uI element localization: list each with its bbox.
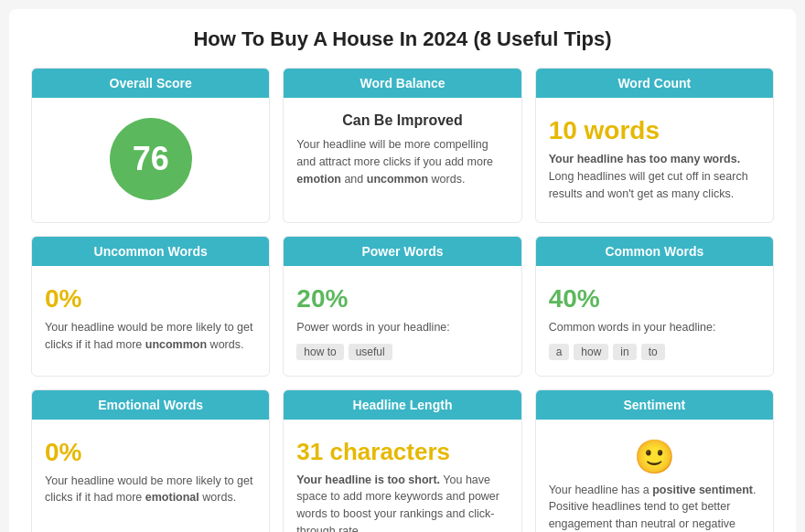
power-words-header: Power Words	[284, 237, 521, 266]
common-tag-2: in	[613, 344, 636, 360]
power-words-body: 20% Power words in your headline: how to…	[284, 266, 521, 375]
word-balance-card: Word Balance Can Be Improved Your headli…	[283, 68, 521, 223]
sentiment-body: 🙂 Your headline has a positive sentiment…	[536, 420, 773, 533]
score-value: 76	[133, 140, 169, 178]
uncommon-words-desc: Your headline would be more likely to ge…	[45, 319, 256, 354]
headline-length-desc-bold: Your headline is too short.	[296, 473, 440, 486]
power-words-value: 20%	[296, 284, 508, 314]
headline-length-value: 31 characters	[296, 438, 508, 466]
common-words-body: 40% Common words in your headline: a how…	[536, 266, 773, 375]
page-title: How To Buy A House In 2024 (8 Useful Tip…	[31, 27, 774, 51]
uncommon-words-body: 0% Your headline would be more likely to…	[32, 266, 269, 376]
main-container: How To Buy A House In 2024 (8 Useful Tip…	[9, 9, 796, 532]
word-balance-header: Word Balance	[284, 69, 521, 98]
word-count-desc-text: Long headlines will get cut off in searc…	[549, 170, 748, 200]
word-count-body: 10 words Your headline has too many word…	[536, 98, 773, 217]
overall-score-header: Overall Score	[32, 69, 269, 98]
emotional-words-body: 0% Your headline would be more likely to…	[32, 420, 269, 529]
cards-grid: Overall Score 76 Word Balance Can Be Imp…	[31, 68, 774, 532]
power-words-tags: how to useful	[296, 344, 508, 360]
word-count-header: Word Count	[536, 69, 773, 98]
headline-length-desc: Your headline is too short. You have spa…	[296, 472, 508, 533]
common-tag-0: a	[549, 344, 570, 360]
sentiment-header: Sentiment	[536, 390, 773, 420]
common-words-header: Common Words	[536, 237, 773, 266]
word-count-value: 10 words	[549, 116, 760, 145]
power-tag-0: how to	[296, 344, 343, 360]
common-tag-3: to	[641, 344, 665, 360]
word-balance-text: Your headline will be more compelling an…	[296, 136, 508, 187]
sentiment-emoji: 🙂	[549, 438, 760, 476]
uncommon-words-card: Uncommon Words 0% Your headline would be…	[31, 236, 270, 377]
headline-length-header: Headline Length	[284, 390, 521, 420]
common-words-tags: a how in to	[549, 344, 760, 360]
score-circle-wrap: 76	[45, 109, 256, 207]
word-count-card: Word Count 10 words Your headline has to…	[535, 68, 774, 223]
sentiment-desc: Your headline has a positive sentiment. …	[549, 482, 760, 533]
common-words-value: 40%	[549, 284, 760, 314]
uncommon-words-header: Uncommon Words	[32, 237, 269, 266]
uncommon-words-value: 0%	[45, 284, 256, 314]
common-tag-1: how	[574, 344, 608, 360]
power-words-card: Power Words 20% Power words in your head…	[283, 236, 521, 377]
common-words-desc: Common words in your headline:	[549, 319, 760, 336]
power-tag-1: useful	[349, 344, 392, 360]
emotional-words-value: 0%	[45, 438, 256, 467]
word-count-desc: Your headline has too many words. Long h…	[549, 151, 760, 202]
word-balance-body: Can Be Improved Your headline will be mo…	[284, 98, 521, 202]
overall-score-card: Overall Score 76	[31, 68, 270, 223]
emotional-words-card: Emotional Words 0% Your headline would b…	[31, 389, 270, 533]
headline-length-body: 31 characters Your headline is too short…	[284, 420, 521, 533]
common-words-card: Common Words 40% Common words in your he…	[535, 236, 774, 377]
score-circle: 76	[110, 118, 192, 200]
power-words-desc: Power words in your headline:	[296, 319, 508, 336]
word-count-desc-bold: Your headline has too many words.	[549, 153, 741, 165]
sentiment-card: Sentiment 🙂 Your headline has a positive…	[535, 389, 774, 533]
overall-score-body: 76	[32, 98, 269, 222]
emotional-words-desc: Your headline would be more likely to ge…	[45, 473, 256, 507]
emotional-words-header: Emotional Words	[32, 390, 269, 420]
word-balance-subtitle: Can Be Improved	[296, 112, 508, 129]
headline-length-card: Headline Length 31 characters Your headl…	[283, 389, 521, 533]
